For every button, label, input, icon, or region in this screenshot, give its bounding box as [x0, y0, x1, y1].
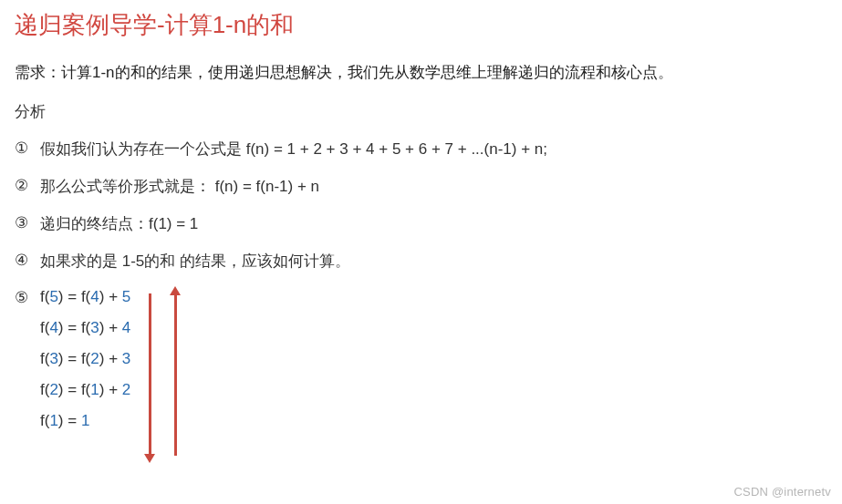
eq-3-e: ) +: [99, 350, 122, 367]
item-1: ① 假如我们认为存在一个公式是 f(n) = 1 + 2 + 3 + 4 + 5…: [15, 139, 827, 159]
eq-1-e: ) +: [99, 288, 122, 305]
eq-4: f(2) = f(1) + 2: [40, 381, 130, 399]
item-2-text: 那么公式等价形式就是： f(n) = f(n-1) + n: [40, 176, 827, 197]
eq-3: f(3) = f(2) + 3: [40, 350, 130, 368]
eq-2-e: ) +: [99, 319, 122, 336]
analysis-label: 分析: [15, 101, 827, 122]
eq-2-c: ) = f(: [58, 319, 90, 336]
watermark: CSDN @internetv: [733, 485, 831, 499]
eq-5-c: ) =: [58, 412, 81, 429]
item-4: ④ 如果求的是 1-5的和 的结果，应该如何计算。: [15, 251, 827, 272]
eq-4-c: ) = f(: [58, 381, 90, 398]
equations: f(5) = f(4) + 5 f(4) = f(3) + 4 f(3) = f…: [40, 288, 130, 461]
eq-2-f: 4: [122, 319, 130, 336]
recursion-block: f(5) = f(4) + 5 f(4) = f(3) + 4 f(3) = f…: [40, 288, 178, 461]
eq-4-e: ) +: [99, 381, 122, 398]
page-title: 递归案例导学-计算1-n的和: [15, 9, 827, 41]
eq-2-a: f(: [40, 319, 49, 336]
item-2-marker: ②: [15, 176, 40, 195]
eq-5-b: 1: [49, 412, 57, 429]
eq-1: f(5) = f(4) + 5: [40, 288, 130, 306]
eq-3-f: 3: [122, 350, 130, 367]
item-3-marker: ③: [15, 213, 40, 232]
eq-2: f(4) = f(3) + 4: [40, 319, 130, 337]
eq-4-f: 2: [122, 381, 130, 398]
eq-1-b: 5: [49, 288, 57, 305]
eq-1-f: 5: [122, 288, 130, 305]
eq-4-b: 2: [49, 381, 57, 398]
arrows: [147, 288, 178, 461]
eq-5-d: 1: [81, 412, 89, 429]
item-5: ⑤ f(5) = f(4) + 5 f(4) = f(3) + 4 f(3) =…: [15, 288, 827, 461]
eq-2-b: 4: [49, 319, 57, 336]
item-1-text: 假如我们认为存在一个公式是 f(n) = 1 + 2 + 3 + 4 + 5 +…: [40, 139, 827, 159]
item-2: ② 那么公式等价形式就是： f(n) = f(n-1) + n: [15, 176, 827, 197]
eq-4-d: 1: [90, 381, 99, 398]
eq-4-a: f(: [40, 381, 49, 398]
item-4-marker: ④: [15, 251, 40, 270]
item-5-marker: ⑤: [15, 288, 40, 307]
eq-3-b: 3: [49, 350, 57, 367]
eq-3-a: f(: [40, 350, 49, 367]
item-3-text: 递归的终结点：f(1) = 1: [40, 213, 827, 234]
eq-1-a: f(: [40, 288, 49, 305]
eq-5-a: f(: [40, 412, 49, 429]
item-4-text: 如果求的是 1-5的和 的结果，应该如何计算。: [40, 251, 827, 272]
eq-1-d: 4: [90, 288, 99, 305]
eq-1-c: ) = f(: [58, 288, 90, 305]
eq-3-c: ) = f(: [58, 350, 90, 367]
eq-2-d: 3: [90, 319, 99, 336]
item-1-marker: ①: [15, 139, 40, 158]
eq-3-d: 2: [90, 350, 99, 367]
arrow-up-icon: [172, 288, 178, 461]
eq-5: f(1) = 1: [40, 412, 130, 430]
requirement-text: 需求：计算1-n的和的结果，使用递归思想解决，我们先从数学思维上理解递归的流程和…: [15, 61, 827, 85]
arrow-down-icon: [147, 288, 152, 461]
item-3: ③ 递归的终结点：f(1) = 1: [15, 213, 827, 234]
